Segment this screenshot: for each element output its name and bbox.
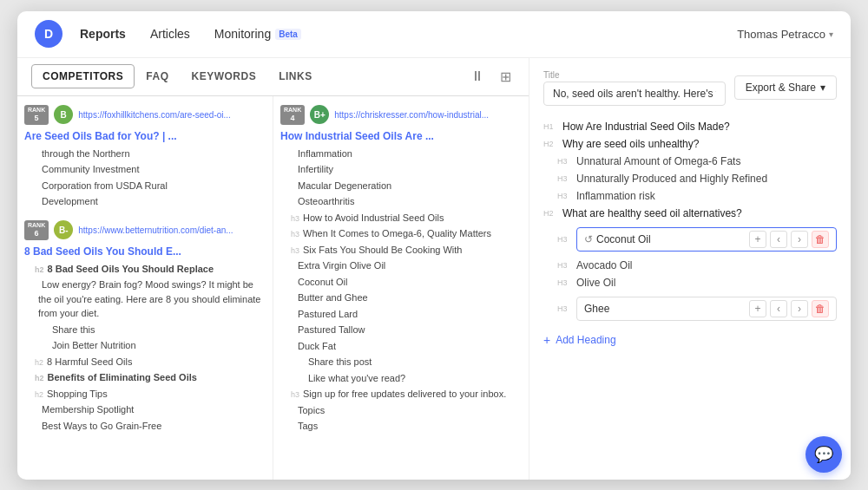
- beta-badge: Beta: [275, 29, 301, 40]
- add-button-ghee[interactable]: +: [749, 300, 766, 317]
- prev-button-coconut[interactable]: ‹: [770, 231, 787, 248]
- title-label: Title: [543, 70, 726, 80]
- outline-item: h3How to Avoid Industrial Seed Oils: [280, 210, 522, 226]
- outline-ghee-row: H3 Ghee + ‹ › 🗑: [543, 291, 837, 326]
- nav-articles[interactable]: Articles: [150, 23, 190, 44]
- tab-keywords[interactable]: KEYWORDS: [180, 64, 267, 88]
- user-menu[interactable]: Thomas Petracco ▾: [737, 28, 833, 41]
- outline-item: Butter and Ghee: [280, 290, 522, 306]
- rank-card-6: RANK 6 B- https://www.betternutrition.co…: [24, 220, 266, 434]
- outline-item: Tags: [280, 418, 522, 434]
- tab-faq[interactable]: FAQ: [135, 64, 180, 88]
- outline-item: Inflammation: [280, 146, 522, 162]
- grade-circle-6: B-: [54, 220, 73, 239]
- ghee-editable: Ghee + ‹ › 🗑: [576, 297, 837, 321]
- ghee-text: Ghee: [584, 303, 746, 315]
- nav-monitoring[interactable]: Monitoring Beta: [214, 23, 301, 44]
- outline-olive-row: H3 Olive Oil: [543, 274, 837, 291]
- col-1: RANK 5 B https://foxhillkitchens.com/are…: [17, 96, 273, 480]
- col-2: RANK 4 B+ https://chriskresser.com/how-i…: [273, 96, 529, 480]
- rank-url-6[interactable]: https://www.betternutrition.com/diet-an.…: [78, 225, 233, 235]
- rank-badge-4: RANK 4: [280, 105, 305, 125]
- outline-heading-1: How Are Industrial Seed Oils Made?: [562, 121, 730, 133]
- columns-icon[interactable]: ⊞: [496, 67, 515, 87]
- logo[interactable]: D: [35, 20, 62, 48]
- tab-competitors[interactable]: COMPETITORS: [31, 64, 135, 88]
- outline-item: Topics: [280, 402, 522, 419]
- outline-item: Best Ways to Go Grain-Free: [24, 418, 266, 434]
- add-button-coconut[interactable]: +: [749, 231, 766, 248]
- coconut-oil-editable: ↺ Coconut Oil + ‹ › 🗑: [576, 227, 837, 252]
- outline-row-h2-2: H2 What are healthy seed oil alternative…: [543, 205, 837, 222]
- columns-area: RANK 5 B https://foxhillkitchens.com/are…: [17, 96, 529, 480]
- delete-button-ghee[interactable]: 🗑: [812, 300, 829, 317]
- outline-item: Extra Virgin Olive Oil: [280, 258, 522, 274]
- rank-card-4: RANK 4 B+ https://chriskresser.com/how-i…: [280, 105, 522, 434]
- top-nav: D Reports Articles Monitoring Beta Thoma…: [17, 11, 851, 58]
- rank-header-5: RANK 5 B https://foxhillkitchens.com/are…: [24, 105, 266, 125]
- outline-item: h2Shopping Tips: [24, 386, 266, 402]
- outline-item: Join Better Nutrition: [24, 337, 266, 354]
- tab-links[interactable]: LINKS: [267, 64, 324, 88]
- outline-item: h28 Harmful Seed Oils: [24, 354, 266, 370]
- outline-item: h3Sign up for free updates delivered to …: [280, 386, 522, 402]
- add-heading-row[interactable]: + Add Heading: [543, 330, 837, 350]
- nav-items: Reports Articles Monitoring Beta: [80, 23, 301, 44]
- rank-card-5: RANK 5 B https://foxhillkitchens.com/are…: [24, 105, 266, 210]
- grade-circle-4: B+: [310, 105, 329, 124]
- outline-item: Macular Degeneration: [280, 178, 522, 194]
- next-button-coconut[interactable]: ›: [791, 231, 808, 248]
- rank-url-5[interactable]: https://foxhillkitchens.com/are-seed-oi.…: [78, 110, 231, 120]
- chevron-down-icon: ▾: [829, 29, 833, 39]
- outline-subitem: H3 Unnaturally Produced and Highly Refin…: [543, 170, 837, 187]
- outline-item: Corporation from USDA Rural: [24, 178, 266, 194]
- outline-heading-3: What are healthy seed oil alternatives?: [562, 207, 742, 219]
- outline-item: Community Investment: [24, 161, 266, 178]
- title-row: Title Export & Share ▾: [543, 70, 837, 106]
- outline-list: H1 How Are Industrial Seed Oils Made? H2…: [543, 118, 837, 467]
- outline-item: Development: [24, 193, 266, 210]
- grade-circle-5: B: [54, 105, 73, 124]
- outline-item: Osteoarthritis: [280, 193, 522, 210]
- nav-reports[interactable]: Reports: [80, 23, 126, 44]
- outline-item: Pastured Lard: [280, 306, 522, 323]
- outline-item: Duck Fat: [280, 338, 522, 355]
- rank-header-4: RANK 4 B+ https://chriskresser.com/how-i…: [280, 105, 522, 125]
- outline-row-h1: H1 How Are Industrial Seed Oils Made?: [543, 118, 837, 135]
- chat-icon: 💬: [814, 445, 833, 464]
- outline-heading-2: Why are seed oils unhealthy?: [562, 138, 699, 150]
- rank-url-4[interactable]: https://chriskresser.com/how-industrial.…: [334, 110, 489, 120]
- prev-button-ghee[interactable]: ‹: [770, 300, 787, 317]
- outline-item: Like what you've read?: [280, 370, 522, 387]
- tabs-icons: ⏸ ⊞: [467, 67, 515, 87]
- left-panel: COMPETITORS FAQ KEYWORDS LINKS ⏸ ⊞: [17, 58, 529, 480]
- outline-item: Low energy? Brain fog? Mood swings? It m…: [24, 277, 266, 322]
- title-input[interactable]: [543, 82, 726, 106]
- chevron-down-icon: ▾: [820, 82, 825, 94]
- delete-button-coconut[interactable]: 🗑: [812, 231, 829, 248]
- outline-item: h3Six Fats You Should Be Cooking With: [280, 242, 522, 258]
- add-heading-plus-icon: +: [543, 333, 550, 347]
- outline-item: h3When It Comes to Omega-6, Quality Matt…: [280, 225, 522, 242]
- export-share-button[interactable]: Export & Share ▾: [734, 75, 837, 100]
- rank-header-6: RANK 6 B- https://www.betternutrition.co…: [24, 220, 266, 240]
- outline-coconut-oil-row: H3 ↺ Coconut Oil + ‹ › 🗑: [543, 222, 837, 257]
- next-button-ghee[interactable]: ›: [791, 300, 808, 317]
- cursor-icon: ↺: [584, 233, 593, 245]
- outline-item: through the Northern: [24, 146, 266, 162]
- title-input-group: Title: [543, 70, 726, 106]
- outline-row-h2-1: H2 Why are seed oils unhealthy?: [543, 135, 837, 153]
- rank-title-6[interactable]: 8 Bad Seed Oils You Should E...: [24, 245, 266, 258]
- coconut-oil-text: Coconut Oil: [596, 233, 746, 245]
- rank-badge-5: RANK 5: [24, 105, 49, 125]
- outline-subitem: H3 Unnatural Amount of Omega-6 Fats: [543, 153, 837, 170]
- pause-icon[interactable]: ⏸: [467, 67, 488, 87]
- rank-title-5[interactable]: Are Seed Oils Bad for You? | ...: [24, 130, 266, 142]
- outline-item: Share this: [24, 322, 266, 338]
- outline-item: h2Benefits of Eliminating Seed Oils: [24, 369, 266, 386]
- rank-title-4[interactable]: How Industrial Seed Oils Are ...: [280, 130, 522, 142]
- outline-subitem: H3 Inflammation risk: [543, 187, 837, 205]
- right-panel: Title Export & Share ▾ H1 How Are Indust…: [529, 58, 851, 480]
- chat-button[interactable]: 💬: [806, 436, 842, 473]
- outline-item: h28 Bad Seed Oils You Should Replace: [24, 261, 266, 278]
